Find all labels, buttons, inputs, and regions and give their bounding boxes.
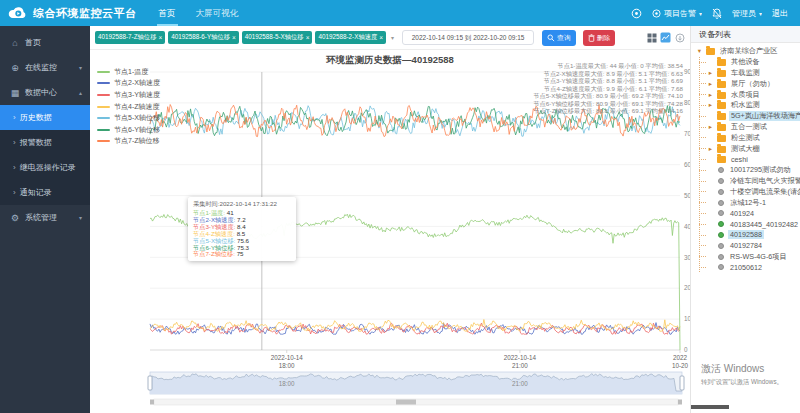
toggle-collapsed-icon[interactable]: ▸	[707, 90, 714, 100]
filter-tag[interactable]: 40192588-6-Y轴位移×	[168, 31, 239, 44]
close-icon[interactable]: ×	[306, 34, 310, 41]
tree-item[interactable]: ▸展厅（勿动）	[707, 78, 800, 89]
tree-item[interactable]: ▸五合一测试	[707, 122, 800, 133]
panel-scrollbar-thumb[interactable]	[691, 405, 729, 409]
sidebar-subitem[interactable]: ›报警数据	[0, 130, 90, 155]
sidebar-nav: ⌂首页⊕在线监控▾▦数据中心▴›历史数据›报警数据›继电器操作记录›通知记录⚙系…	[0, 30, 90, 230]
legend-item[interactable]: 节点2-X轴速度	[97, 78, 160, 90]
close-icon[interactable]: ×	[158, 34, 162, 41]
filter-tag[interactable]: 40192588-5-X轴位移×	[242, 31, 313, 44]
query-button[interactable]: 查询	[542, 30, 576, 46]
legend-item[interactable]: 节点4-Z轴速度	[97, 101, 160, 113]
sidebar-subitem[interactable]: ›通知记录	[0, 180, 90, 205]
tree-item[interactable]: ▾济南某综合产业区	[696, 46, 800, 57]
toggle-collapsed-icon[interactable]: ▸	[707, 144, 714, 154]
legend-label: 节点5-X轴位移	[114, 113, 160, 123]
chart-stat-line: 节点6-Y轴位移最大值: 80.9 最小值: 69.1 平均值: 74.28	[533, 100, 683, 108]
tree-item[interactable]: 21050612	[707, 262, 800, 273]
gear-icon: ⚙	[10, 213, 20, 223]
close-icon[interactable]: ×	[232, 34, 236, 41]
legend-marker	[97, 140, 110, 142]
sidebar-item-0[interactable]: ⌂首页	[0, 30, 90, 55]
tree-item[interactable]: ▸积水监测	[707, 100, 800, 111]
view-switch-group	[646, 32, 685, 43]
tree-item[interactable]: 粉尘测试	[707, 132, 800, 143]
legend-item[interactable]: 节点7-Z轴位移	[97, 136, 160, 148]
tree-item-label: 五合一测试	[729, 122, 769, 132]
select-caret-icon[interactable]: ▾	[391, 34, 394, 41]
tree-item[interactable]: ▸测试大棚	[707, 143, 800, 154]
logo-cloud-icon	[8, 6, 28, 20]
folder-icon	[717, 156, 726, 163]
toggle-collapsed-icon[interactable]: ▸	[707, 122, 714, 132]
toggle-collapsed-icon[interactable]: ▸	[707, 100, 714, 110]
tree-item[interactable]: 10017295测试勿动	[707, 165, 800, 176]
chart-view-icon[interactable]	[660, 32, 671, 43]
date-range-input[interactable]: 2022-10-14 09:15 到 2022-10-20 09:15	[402, 30, 534, 45]
topmenu-item-0[interactable]: 首页	[149, 0, 186, 26]
svg-text:40: 40	[684, 223, 690, 230]
chart-stats-block: 节点1-温度最大值: 44 最小值: 0 平均值: 38.54节点2-X轴速度最…	[533, 62, 683, 115]
trash-icon	[588, 34, 595, 42]
tree-item[interactable]: 40183445_40192482	[707, 219, 800, 230]
svg-text:30: 30	[684, 254, 690, 261]
sidebar-subitem[interactable]: ›历史数据	[0, 105, 90, 130]
tree-item[interactable]: 其他设备	[707, 57, 800, 68]
legend-item[interactable]: 节点1-温度	[97, 66, 160, 78]
legend-item[interactable]: 节点6-Y轴位移	[97, 124, 160, 136]
table-view-icon[interactable]	[646, 32, 657, 43]
tree-item[interactable]: 凉城12号-1	[707, 197, 800, 208]
toggle-collapsed-icon[interactable]: ▸	[707, 79, 714, 89]
tree-item[interactable]: ceshi	[707, 154, 800, 165]
topbar-menu: 首页大屏可视化	[149, 0, 249, 26]
filter-tag[interactable]: 40192588-2-X轴速度×	[315, 31, 386, 44]
sidebar-item-3[interactable]: ⚙系统管理▾	[0, 205, 90, 230]
project-alarm-menu[interactable]: 项目告警 ▾	[652, 8, 702, 19]
tree-item[interactable]: ▸水质项目	[707, 89, 800, 100]
app-root: 综合环境监控云平台 首页大屏可视化 项目告警 ▾ 管理员	[0, 0, 800, 413]
chart-stat-line: 节点7-Z轴位移最大值: 80.8 最小值: 69.1 平均值: 74.16	[533, 107, 683, 115]
device-status-dot-offline	[718, 200, 724, 206]
bell-muted-icon[interactable]	[712, 8, 722, 19]
legend-item[interactable]: 节点5-X轴位移	[97, 112, 160, 124]
tree-item-label: 其他设备	[729, 57, 762, 67]
toggle-collapsed-icon[interactable]: ▸	[707, 68, 714, 78]
tree-item[interactable]: 冷链车间电气火灾报警器	[707, 176, 800, 187]
tooltip-series-name: 节点7-Z轴位移:	[193, 250, 237, 257]
tree-item[interactable]: 十楼空调电流采集(请勿动)	[707, 186, 800, 197]
tree-item[interactable]: 40192588	[707, 230, 800, 241]
logout-button[interactable]: 退出	[772, 8, 788, 19]
tree-item[interactable]: 5G+岚山海洋牧场海产品	[707, 111, 800, 122]
tree-item[interactable]: 40192784	[707, 240, 800, 251]
delete-button[interactable]: 删除	[583, 30, 616, 46]
sidebar-submenu: ›历史数据›报警数据›继电器操作记录›通知记录	[0, 105, 90, 205]
download-icon[interactable]	[674, 32, 685, 43]
user-menu[interactable]: 管理员 ▾	[732, 8, 762, 19]
windows-watermark: 激活 Windows 转到“设置”以激活 Windows。	[701, 362, 783, 387]
sidebar-item-2[interactable]: ▦数据中心▴	[0, 80, 90, 105]
legend-marker	[97, 82, 110, 84]
svg-text:60: 60	[684, 161, 690, 168]
tree-item[interactable]: 401924	[707, 208, 800, 219]
tree-item[interactable]: RS-WS-4G-6项目	[707, 251, 800, 262]
chevron-right-icon: ›	[13, 163, 16, 172]
tree-item[interactable]: ▸车载监测	[707, 68, 800, 79]
legend-label: 节点2-X轴速度	[114, 78, 160, 88]
sidebar-item-1[interactable]: ⊕在线监控▾	[0, 55, 90, 80]
alarm-target-icon	[652, 9, 661, 18]
legend-item[interactable]: 节点3-Y轴速度	[97, 89, 160, 101]
home-icon: ⌂	[10, 38, 20, 48]
svg-text:2022: 2022	[673, 354, 688, 361]
fullscreen-icon[interactable]	[631, 8, 642, 19]
tooltip-time: 采集时间:2022-10-14 17:31:22	[193, 200, 291, 209]
folder-icon	[717, 59, 726, 66]
left-sidebar: ⌂首页⊕在线监控▾▦数据中心▴›历史数据›报警数据›继电器操作记录›通知记录⚙系…	[0, 26, 90, 413]
topmenu-item-1[interactable]: 大屏可视化	[186, 0, 249, 26]
tree-item-label: 401924	[728, 209, 756, 218]
toggle-expanded-icon[interactable]: ▾	[696, 46, 703, 56]
sidebar-subitem[interactable]: ›继电器操作记录	[0, 155, 90, 180]
filter-tag[interactable]: 40192588-7-Z轴位移×	[95, 31, 165, 44]
device-status-dot-offline	[718, 189, 724, 195]
close-icon[interactable]: ×	[379, 34, 383, 41]
monitor-icon: ⊕	[10, 63, 20, 73]
